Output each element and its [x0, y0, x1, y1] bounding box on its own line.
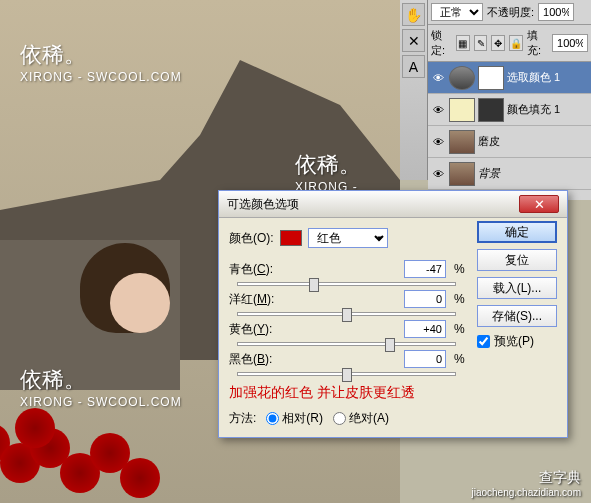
- opacity-label: 不透明度:: [487, 5, 534, 20]
- slider-thumb[interactable]: [342, 368, 352, 382]
- lock-brush-icon[interactable]: ✎: [474, 35, 488, 51]
- layer-mask-thumbnail[interactable]: [478, 66, 504, 90]
- slider-yellow: 黄色(Y): %: [229, 320, 464, 346]
- cyan-input[interactable]: [404, 260, 446, 278]
- slider-label-yellow: 黄色(Y):: [229, 321, 289, 338]
- layer-thumbnail[interactable]: [449, 130, 475, 154]
- tools-palette: ✋ ✕ A: [400, 0, 428, 180]
- cyan-slider[interactable]: [237, 282, 456, 286]
- lock-transparency-icon[interactable]: ▦: [456, 35, 470, 51]
- layer-item-color-fill[interactable]: 👁 颜色填充 1: [428, 94, 591, 126]
- watermark-1: 依稀。 XIRONG - SWCOOL.COM: [20, 40, 182, 84]
- method-label: 方法:: [229, 410, 256, 427]
- preview-checkbox-input[interactable]: [477, 335, 490, 348]
- eye-icon[interactable]: 👁: [430, 102, 446, 118]
- load-button[interactable]: 载入(L)...: [477, 277, 557, 299]
- selective-color-dialog: 可选颜色选项 ✕ 颜色(O): 红色 ▼ 青色(C): %: [218, 190, 568, 438]
- roses: [0, 403, 170, 503]
- percent-label: %: [454, 262, 464, 276]
- slider-black: 黑色(B): %: [229, 350, 464, 376]
- lock-all-icon[interactable]: 🔒: [509, 35, 523, 51]
- opacity-input[interactable]: [538, 3, 574, 21]
- eye-icon[interactable]: 👁: [430, 70, 446, 86]
- yellow-slider[interactable]: [237, 342, 456, 346]
- slider-label-cyan: 青色(C):: [229, 261, 289, 278]
- radio-relative-input[interactable]: [266, 412, 279, 425]
- percent-label: %: [454, 292, 464, 306]
- watermark-sub: XIRONG - SWCOOL.COM: [20, 395, 182, 409]
- chevron-down-icon[interactable]: ▼: [376, 234, 384, 243]
- preview-checkbox[interactable]: 预览(P): [477, 333, 557, 350]
- layer-item-skin[interactable]: 👁 磨皮: [428, 126, 591, 158]
- layer-label: 背景: [478, 166, 500, 181]
- close-button[interactable]: ✕: [519, 195, 559, 213]
- black-slider[interactable]: [237, 372, 456, 376]
- black-input[interactable]: [404, 350, 446, 368]
- layer-item-background[interactable]: 👁 背景: [428, 158, 591, 190]
- radio-absolute-input[interactable]: [333, 412, 346, 425]
- layer-thumbnail[interactable]: [449, 66, 475, 90]
- slider-label-magenta: 洋红(M):: [229, 291, 289, 308]
- dialog-button-column: 确定 复位 载入(L)... 存储(S)... 预览(P): [477, 221, 557, 350]
- percent-label: %: [454, 352, 464, 366]
- watermark-title: 依稀。: [20, 365, 182, 395]
- annotation-note: 加强花的红色 并让皮肤更红透: [229, 384, 557, 402]
- magenta-input[interactable]: [404, 290, 446, 308]
- percent-label: %: [454, 322, 464, 336]
- slider-cyan: 青色(C): %: [229, 260, 464, 286]
- layer-item-selective-color[interactable]: 👁 选取颜色 1: [428, 62, 591, 94]
- character-tool-icon[interactable]: A: [402, 55, 425, 78]
- close-icon: ✕: [534, 197, 545, 212]
- radio-relative[interactable]: 相对(R): [266, 410, 323, 427]
- lock-move-icon[interactable]: ✥: [491, 35, 505, 51]
- radio-absolute[interactable]: 绝对(A): [333, 410, 389, 427]
- layer-label: 磨皮: [478, 134, 500, 149]
- watermark-3: 依稀。 XIRONG - SWCOOL.COM: [20, 365, 182, 409]
- slider-thumb[interactable]: [309, 278, 319, 292]
- watermark-title: 依稀。: [295, 150, 400, 180]
- hand-tool-icon[interactable]: ✋: [402, 3, 425, 26]
- fill-input[interactable]: [552, 34, 588, 52]
- yellow-input[interactable]: [404, 320, 446, 338]
- watermark-sub: XIRONG - SWCOOL.COM: [20, 70, 182, 84]
- layers-panel: 正常 不透明度: 锁定: ▦ ✎ ✥ 🔒 填充: 👁 选取颜色 1 👁 颜色填充…: [428, 0, 591, 200]
- layer-mask-thumbnail[interactable]: [478, 98, 504, 122]
- lock-row: 锁定: ▦ ✎ ✥ 🔒 填充:: [428, 25, 591, 62]
- cross-tool-icon[interactable]: ✕: [402, 29, 425, 52]
- dialog-body: 颜色(O): 红色 ▼ 青色(C): % 洋红(M):: [219, 218, 567, 437]
- layers-header: 正常 不透明度:: [428, 0, 591, 25]
- lock-label: 锁定:: [431, 28, 452, 58]
- watermark-title: 依稀。: [20, 40, 182, 70]
- dialog-title-text: 可选颜色选项: [227, 196, 299, 213]
- save-button[interactable]: 存储(S)...: [477, 305, 557, 327]
- layer-thumbnail[interactable]: [449, 98, 475, 122]
- layer-thumbnail[interactable]: [449, 162, 475, 186]
- slider-thumb[interactable]: [342, 308, 352, 322]
- color-label: 颜色(O):: [229, 230, 274, 247]
- eye-icon[interactable]: 👁: [430, 166, 446, 182]
- site-url: jiaocheng.chazidian.com: [471, 487, 581, 498]
- site-name: 查字典: [471, 469, 581, 487]
- ok-button[interactable]: 确定: [477, 221, 557, 243]
- slider-magenta: 洋红(M): %: [229, 290, 464, 316]
- eye-icon[interactable]: 👁: [430, 134, 446, 150]
- layer-label: 颜色填充 1: [507, 102, 560, 117]
- method-row: 方法: 相对(R) 绝对(A): [229, 410, 557, 427]
- blend-mode-select[interactable]: 正常: [431, 3, 483, 21]
- reset-button[interactable]: 复位: [477, 249, 557, 271]
- layer-label: 选取颜色 1: [507, 70, 560, 85]
- magenta-slider[interactable]: [237, 312, 456, 316]
- color-swatch: [280, 230, 302, 246]
- color-row: 颜色(O): 红色 ▼: [229, 228, 464, 248]
- dialog-titlebar[interactable]: 可选颜色选项 ✕: [219, 191, 567, 218]
- site-watermark: 查字典 jiaocheng.chazidian.com: [471, 469, 581, 498]
- fill-label: 填充:: [527, 28, 548, 58]
- slider-label-black: 黑色(B):: [229, 351, 289, 368]
- slider-thumb[interactable]: [385, 338, 395, 352]
